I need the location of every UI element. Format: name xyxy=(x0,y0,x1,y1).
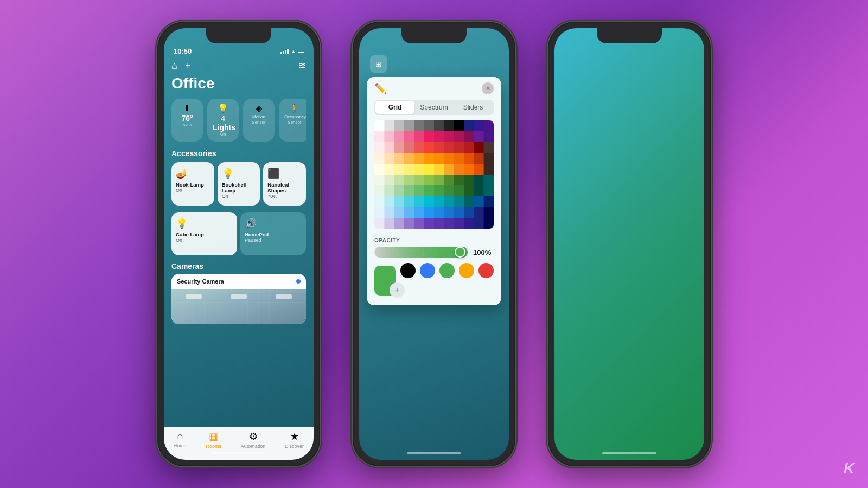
camera-active-dot xyxy=(296,279,301,284)
rooms-tab-label: Rooms xyxy=(206,444,222,449)
tab-discover[interactable]: ★ Discover xyxy=(285,431,304,449)
phone-1-screen: 10:50 ▲ ▬ ⌂ xyxy=(164,28,314,460)
tab-automation[interactable]: ⚙ Automation xyxy=(241,431,266,449)
bookshelf-name: Bookshelf Lamp xyxy=(222,182,256,194)
nanoleaf-icon: ⬛ xyxy=(267,168,302,179)
room-title: Office xyxy=(171,75,306,92)
swatch-black[interactable] xyxy=(400,263,416,278)
color-grid[interactable] xyxy=(374,120,494,229)
swatches-small xyxy=(400,263,494,278)
picker-tabs: Grid Spectrum Sliders xyxy=(374,100,494,115)
lights-state: On xyxy=(213,132,233,137)
occupancy-icon: 🚶 xyxy=(284,103,305,113)
phone-3-screen xyxy=(554,28,704,460)
cube-lamp-name: Cube Lamp xyxy=(176,232,233,237)
notch-2 xyxy=(401,28,467,43)
ceil-light-3 xyxy=(276,294,292,299)
automation-tab-icon: ⚙ xyxy=(249,431,258,442)
camera-card[interactable]: Security Camera xyxy=(171,274,306,324)
swatch-orange[interactable] xyxy=(459,263,474,278)
temperature-sensor[interactable]: 🌡 76° 52% xyxy=(171,99,203,142)
nook-lamp-name: Nook Lamp xyxy=(176,182,210,188)
bookshelf-lamp-card[interactable]: 💡 Bookshelf Lamp On xyxy=(218,162,260,206)
notch-3 xyxy=(597,28,662,43)
battery-icon: ▬ xyxy=(298,48,304,54)
add-icon[interactable]: + xyxy=(185,60,191,72)
home-nav-icon[interactable]: ⌂ xyxy=(171,60,177,72)
wifi-icon: ▲ xyxy=(291,48,296,54)
motion-sensor[interactable]: ◈ MotionSensor xyxy=(243,99,275,142)
motion-icon: ◈ xyxy=(248,103,269,113)
nanoleaf-card[interactable]: ⬛ Nanoleaf Shapes 70% xyxy=(263,162,306,206)
swatches-section: + xyxy=(367,263,501,305)
nav-icons-left: ⌂ + xyxy=(171,60,190,72)
cube-lamp-card[interactable]: 💡 Cube Lamp On xyxy=(171,212,237,255)
home-indicator-2 xyxy=(407,452,461,454)
opacity-value: 100% xyxy=(473,248,494,256)
accessories-grid: 🪔 Nook Lamp On 💡 Bookshelf Lamp On ⬛ Nan… xyxy=(171,162,306,206)
occupancy-sensor[interactable]: 🚶 OccupancySensor xyxy=(279,99,306,142)
homepod-card[interactable]: 🔊 HomePod Paused xyxy=(240,212,306,255)
bookshelf-icon: 💡 xyxy=(222,168,256,179)
swatches-row: + xyxy=(374,263,494,298)
swatch-green[interactable] xyxy=(439,263,455,278)
tab-sliders[interactable]: Sliders xyxy=(454,101,493,114)
motion-label: MotionSensor xyxy=(248,114,269,125)
home-content: 10:50 ▲ ▬ ⌂ xyxy=(164,28,314,324)
close-button[interactable]: ✕ xyxy=(482,82,494,94)
add-swatch-button[interactable]: + xyxy=(390,282,405,298)
opacity-fill xyxy=(374,247,468,258)
homepod-state: Paused xyxy=(245,237,302,243)
status-bar: 10:50 ▲ ▬ xyxy=(171,47,306,55)
phone-2-screen: ⊞ ⊞ ⊟ ✏️ ✕ Grid Spectrum Sliders xyxy=(359,28,509,460)
signal-icon xyxy=(280,49,289,54)
home-indicator-1 xyxy=(212,452,266,454)
status-time: 10:50 xyxy=(174,47,192,55)
cube-lamp-state: On xyxy=(176,237,233,243)
swatch-red[interactable] xyxy=(478,263,494,278)
opacity-slider[interactable] xyxy=(374,247,468,258)
cameras-title: Cameras xyxy=(171,262,306,271)
discover-tab-icon: ★ xyxy=(290,431,299,442)
tab-grid[interactable]: Grid xyxy=(375,101,414,114)
home-indicator-3 xyxy=(602,452,656,454)
tab-bar: ⌂ Home ▦ Rooms ⚙ Automation ★ Discover xyxy=(164,427,314,460)
camera-feed xyxy=(171,289,306,324)
accessories-grid-2: 💡 Cube Lamp On 🔊 HomePod Paused xyxy=(171,212,306,255)
cube-lamp-icon: 💡 xyxy=(176,217,233,229)
rooms-tab-icon: ▦ xyxy=(209,431,218,442)
nanoleaf-name: Nanoleaf Shapes xyxy=(267,182,302,194)
gallery-icon[interactable]: ⊞ xyxy=(370,55,387,73)
lights-icon: 💡 xyxy=(213,103,233,113)
occupancy-label: OccupancySensor xyxy=(284,114,305,125)
opacity-section: OPACITY 100% xyxy=(367,234,501,263)
swatch-blue[interactable] xyxy=(420,263,435,278)
temp-icon: 🌡 xyxy=(177,103,197,113)
nook-lamp-card[interactable]: 🪔 Nook Lamp On xyxy=(171,162,214,206)
homepod-name: HomePod xyxy=(245,232,302,237)
opacity-label: OPACITY xyxy=(374,237,494,243)
opacity-handle[interactable] xyxy=(455,247,465,258)
pencil-icon[interactable]: ✏️ xyxy=(374,82,386,94)
camera-name: Security Camera xyxy=(177,278,224,285)
lights-sensor[interactable]: 💡 4 Lights On xyxy=(207,99,239,142)
tab-home[interactable]: ⌂ Home xyxy=(174,431,187,449)
phone-2: ⊞ ⊞ ⊟ ✏️ ✕ Grid Spectrum Sliders xyxy=(353,22,515,466)
tab-rooms[interactable]: ▦ Rooms xyxy=(206,431,222,449)
icon-row-1: ⊞ xyxy=(370,55,498,73)
siri-icon[interactable]: ≋ xyxy=(298,60,306,72)
gradient-screen xyxy=(554,28,704,460)
temp-value: 76° xyxy=(177,114,197,123)
tab-spectrum[interactable]: Spectrum xyxy=(414,101,454,114)
notch-1 xyxy=(206,28,271,43)
phone-3 xyxy=(548,22,711,466)
ceil-light-2 xyxy=(231,294,247,299)
automation-tab-label: Automation xyxy=(241,444,266,449)
home-tab-label: Home xyxy=(174,443,187,448)
opacity-row: 100% xyxy=(374,247,494,258)
nav-bar: ⌂ + ≋ xyxy=(171,60,306,72)
phone-1: 10:50 ▲ ▬ ⌂ xyxy=(157,22,320,466)
homepod-icon: 🔊 xyxy=(245,217,302,229)
color-picker-screen: ⊞ ⊞ ⊟ ✏️ ✕ Grid Spectrum Sliders xyxy=(359,28,509,460)
ceil-light-1 xyxy=(186,294,202,299)
